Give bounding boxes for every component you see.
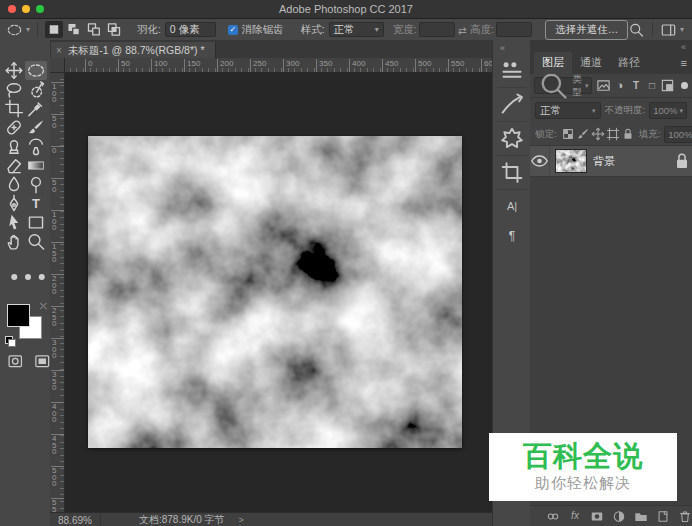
opacity-value[interactable]: 100%▾	[649, 102, 687, 119]
height-input[interactable]	[496, 22, 532, 37]
quick-mask-icon[interactable]	[7, 353, 24, 370]
zoom-level-field[interactable]: 88.69%	[50, 513, 101, 526]
select-and-mask-button[interactable]: 选择并遮住…	[545, 20, 628, 40]
antialias-checkbox[interactable]: ✓	[228, 25, 237, 35]
search-icon[interactable]	[628, 22, 645, 38]
shape-filter-icon[interactable]: □	[644, 78, 659, 93]
workspace-icon[interactable]	[660, 22, 677, 38]
learn-panel-icon[interactable]	[493, 92, 531, 117]
workspace-caret-icon[interactable]: ▾	[680, 25, 684, 34]
mode-add-icon[interactable]	[65, 21, 83, 38]
vertical-ruler[interactable]: 10050050100150200250300350400450500550	[50, 72, 65, 512]
tab-layers[interactable]: 图层	[534, 52, 572, 74]
clouds-image	[88, 136, 462, 448]
eraser-tool[interactable]	[3, 156, 25, 175]
lasso-tool[interactable]	[3, 80, 25, 99]
lock-move-icon[interactable]	[591, 127, 605, 141]
crop-tool[interactable]	[3, 99, 25, 118]
mask-icon[interactable]	[590, 509, 604, 524]
document-tab[interactable]: × 未标题-1 @ 88.7%(RGB/8*) *	[50, 42, 216, 60]
tool-preset-caret-icon[interactable]: ▾	[26, 25, 30, 34]
image-filter-icon[interactable]	[596, 78, 611, 93]
ruler-label: 300	[286, 59, 299, 68]
tool-preset-icon[interactable]	[6, 22, 23, 38]
type-tool[interactable]: T	[25, 194, 47, 213]
path-selection-tool[interactable]	[3, 213, 25, 232]
panel-menu-icon[interactable]: ≡	[681, 57, 687, 69]
visibility-eye-icon[interactable]	[530, 146, 550, 176]
layer-filter-row: 类型 ▾ ◑T□	[530, 74, 692, 98]
type-filter-icon[interactable]: T	[628, 78, 643, 93]
lock-checker-icon[interactable]	[561, 127, 575, 141]
canvas-area[interactable]: 050100150200250300350400450500550600 100…	[50, 58, 492, 512]
gradient-tool[interactable]	[25, 156, 47, 175]
edit-toolbar-icon[interactable]	[6, 255, 50, 299]
pen-tool[interactable]	[3, 194, 25, 213]
expand-panels-icon[interactable]: «	[493, 40, 531, 54]
horizontal-ruler[interactable]: 050100150200250300350400450500550600	[50, 58, 492, 73]
feather-input[interactable]: 0 像素	[165, 22, 216, 37]
window-title: Adobe Photoshop CC 2017	[0, 3, 692, 15]
hand-tool[interactable]	[3, 232, 25, 251]
color-swatches: ⤫	[5, 303, 47, 345]
trim-panel-icon[interactable]	[493, 160, 531, 185]
layer-filter-toggle[interactable]	[681, 82, 688, 89]
mode-intersect-icon[interactable]	[105, 21, 123, 38]
tab-paths[interactable]: 路径	[610, 52, 648, 74]
mode-subtract-icon[interactable]	[85, 21, 103, 38]
layer-thumbnail[interactable]	[555, 149, 587, 173]
fx-icon[interactable]: fx	[568, 509, 582, 524]
smart-filter-icon[interactable]	[660, 78, 675, 93]
folder-icon[interactable]	[634, 509, 648, 524]
layer-name[interactable]: 背景	[593, 154, 672, 169]
tab-channels[interactable]: 通道	[572, 52, 610, 74]
collapse-panel-icon[interactable]: «	[681, 42, 686, 52]
lock-board-icon[interactable]	[606, 127, 620, 141]
zoom-window-icon[interactable]	[36, 5, 44, 13]
width-input[interactable]	[419, 22, 455, 37]
adjust-filter-icon[interactable]: ◑	[612, 78, 627, 93]
watermark-subtitle: 助你轻松解决	[535, 474, 631, 493]
blend-mode-dropdown[interactable]: 正常▾	[535, 102, 601, 119]
clone-stamp-tool[interactable]	[3, 137, 25, 156]
layer-filter-type-dropdown[interactable]: 类型 ▾	[534, 77, 592, 94]
foreground-color-swatch[interactable]	[7, 304, 30, 327]
trash-icon[interactable]	[678, 509, 692, 524]
antialias-label[interactable]: 消除锯齿	[242, 23, 284, 37]
paragraph-panel-icon[interactable]: ¶	[493, 223, 531, 248]
padlock-icon[interactable]	[621, 127, 635, 141]
zoom-tool[interactable]	[25, 232, 47, 251]
ellipse-marquee-tool[interactable]	[25, 61, 47, 80]
minimize-window-icon[interactable]	[22, 5, 30, 13]
move-tool[interactable]	[3, 61, 25, 80]
history-brush-tool[interactable]	[25, 137, 47, 156]
character-panel-icon[interactable]: A|	[493, 194, 531, 219]
link-icon[interactable]	[546, 509, 560, 524]
rectangle-shape-tool[interactable]	[25, 213, 47, 232]
shapes-panel-icon[interactable]	[493, 126, 531, 151]
adjustment-icon[interactable]	[612, 509, 626, 524]
ruler-label: 400	[52, 404, 60, 424]
swap-colors-icon[interactable]: ⤫	[40, 301, 47, 312]
close-window-icon[interactable]	[8, 5, 16, 13]
eyedropper-tool[interactable]	[25, 99, 47, 118]
new-layer-icon[interactable]	[656, 509, 670, 524]
ruler-label: 350	[52, 372, 60, 392]
screen-mode-icon[interactable]	[34, 353, 51, 370]
default-colors-icon[interactable]	[5, 336, 14, 345]
lock-brush-icon[interactable]	[576, 127, 590, 141]
blur-tool[interactable]	[3, 175, 25, 194]
layer-row-background[interactable]: 背景	[530, 146, 692, 177]
close-tab-icon[interactable]: ×	[56, 45, 62, 56]
swap-dimensions-icon[interactable]: ⇄	[458, 24, 467, 36]
brush-tool[interactable]	[25, 118, 47, 137]
document-canvas[interactable]	[88, 136, 462, 448]
style-dropdown[interactable]: 正常▾	[329, 22, 384, 37]
status-options-chevron-icon[interactable]: >	[239, 515, 244, 525]
fill-value[interactable]: 100%▾	[664, 126, 692, 143]
mode-new-icon[interactable]	[45, 21, 63, 38]
quick-selection-tool[interactable]	[25, 80, 47, 99]
dodge-tool[interactable]	[25, 175, 47, 194]
swatches-panel-icon[interactable]	[493, 58, 531, 83]
spot-healing-tool[interactable]	[3, 118, 25, 137]
